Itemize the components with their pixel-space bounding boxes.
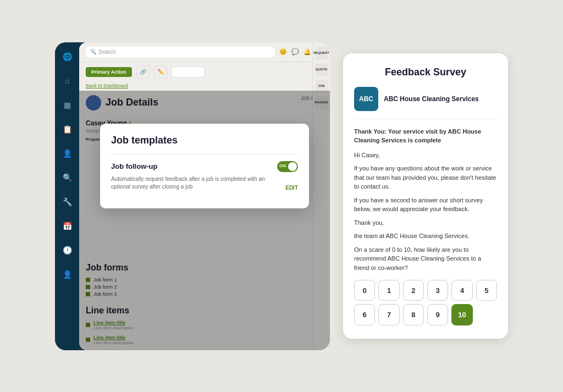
toggle-on-label: ON (279, 163, 286, 168)
top-bar: 🔍 Search 😊 💬 🔔 ⚙️ (79, 42, 330, 62)
template-item: Job follow-up ON Automatically request f… (111, 154, 298, 197)
action-bar: Primary Action 🔗 ✏️ (79, 62, 330, 82)
edit-icon-btn[interactable]: ✏️ (154, 65, 167, 79)
survey-card: Feedback Survey ABC ABC House Cleaning S… (343, 53, 508, 339)
search-icon: 🔍 (90, 49, 96, 54)
search-placeholder: Search (98, 49, 116, 55)
template-desc: Automatically request feedback after a j… (111, 175, 265, 191)
message-icon[interactable]: 💬 (291, 48, 299, 56)
survey-greeting: Hi Casey, (354, 151, 497, 160)
tablet: 🌐 ⌂ ▦ 📋 👤 🔍 🔧 📅 🕐 👤 🔍 Search 😊 💬 (55, 42, 330, 350)
survey-nps-question: On a scare of 0 to 10, how likely are yo… (354, 245, 497, 273)
nps-btn-2[interactable]: 2 (403, 280, 424, 301)
sidebar-icon-calendar[interactable]: 📅 (59, 218, 75, 234)
nps-btn-9[interactable]: 9 (427, 304, 448, 325)
sidebar-icon-wrench[interactable]: 🔧 (59, 194, 75, 209)
survey-body1: If you have any questions about the work… (354, 164, 497, 191)
search-bar[interactable]: 🔍 Search (86, 47, 275, 57)
edit-link[interactable]: EDIT (285, 185, 298, 191)
sidebar: 🌐 ⌂ ▦ 📋 👤 🔍 🔧 📅 🕐 👤 (55, 42, 79, 350)
survey-body2: If you have a second to answer our short… (354, 196, 497, 214)
company-name: ABC House Cleaning Services (384, 95, 479, 103)
extra-field (172, 67, 205, 78)
scene: 🌐 ⌂ ▦ 📋 👤 🔍 🔧 📅 🕐 👤 🔍 Search 😊 💬 (55, 42, 508, 350)
nps-btn-10[interactable]: 10 (451, 304, 472, 325)
modal-overlay: Job templates Job follow-up ON (79, 91, 330, 350)
user-avatar-icon: 😊 (279, 48, 287, 56)
modal-title: Job templates (111, 135, 298, 146)
sidebar-icon-clock[interactable]: 🕐 (59, 242, 75, 258)
toggle-switch[interactable]: ON (277, 161, 298, 172)
sidebar-icon-user[interactable]: 👤 (59, 267, 75, 282)
request-btn[interactable]: REQUEST (315, 47, 328, 60)
toggle-container: ON (277, 161, 298, 172)
survey-signoff: Thank you, (354, 218, 497, 228)
sidebar-icon-home[interactable]: ⌂ (59, 73, 75, 89)
nps-btn-6[interactable]: 6 (354, 304, 375, 325)
sidebar-icon-globe[interactable]: 🌐 (59, 49, 75, 64)
template-header: Job follow-up ON (111, 161, 298, 172)
nps-btn-5[interactable]: 5 (476, 280, 497, 301)
nps-btn-8[interactable]: 8 (403, 304, 424, 325)
breadcrumb[interactable]: Back to Dashboard (79, 82, 330, 91)
survey-team: the team at ABC House Cleaning Services. (354, 231, 497, 241)
survey-body: Thank You: Your service visit by ABC Hou… (354, 127, 497, 273)
quote-btn[interactable]: QUOTE (315, 63, 328, 76)
nps-placeholder (476, 304, 497, 325)
page-body: Job Details Job #123 Casey Young ✏️ Samp… (79, 91, 330, 350)
nps-btn-1[interactable]: 1 (378, 280, 399, 301)
primary-action-button[interactable]: Primary Action (86, 67, 132, 77)
sidebar-icon-contact[interactable]: 👤 (59, 146, 75, 161)
survey-title: Feedback Survey (354, 67, 497, 78)
nps-btn-7[interactable]: 7 (378, 304, 399, 325)
nps-btn-4[interactable]: 4 (451, 280, 472, 301)
sidebar-icon-doc[interactable]: 📋 (59, 122, 75, 137)
survey-subject: Thank You: Your service visit by ABC Hou… (354, 127, 497, 145)
nps-btn-3[interactable]: 3 (427, 280, 448, 301)
sidebar-icon-search[interactable]: 🔍 (59, 170, 75, 185)
link-icon-btn[interactable]: 🔗 (136, 65, 150, 79)
nps-grid-row2: 6 7 8 9 10 (354, 304, 497, 325)
nps-grid-row1: 0 1 2 3 4 5 (354, 280, 497, 301)
company-header: ABC ABC House Cleaning Services (354, 87, 497, 119)
sidebar-icon-briefcase[interactable]: ▦ (59, 97, 75, 113)
nps-btn-0[interactable]: 0 (354, 280, 375, 301)
company-logo: ABC (354, 87, 378, 111)
modal-card: Job templates Job follow-up ON (100, 124, 309, 208)
bell-icon[interactable]: 🔔 (303, 48, 311, 56)
main-content: 🔍 Search 😊 💬 🔔 ⚙️ Primary Action 🔗 ✏️ Ba… (79, 42, 330, 350)
template-name: Job follow-up (111, 162, 157, 170)
